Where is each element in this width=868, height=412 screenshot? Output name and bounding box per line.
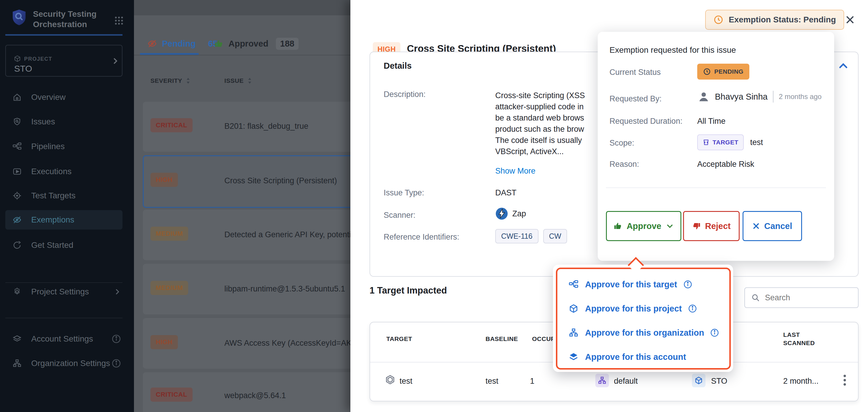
sidebar-item-organization-settings[interactable]: Organization Settings [0,353,134,373]
sidebar-item-label: Issues [31,117,55,126]
sidebar-item-label: Account Settings [31,334,93,344]
tab-approved[interactable]: Approved 188 [214,35,299,52]
sort-icon [247,77,252,84]
requested-duration-value: All Time [697,117,725,126]
sidebar-item-label: Project Settings [31,287,89,296]
issue-row[interactable]: HIGH AWS Access Key (AccessKeyId=AKIA [143,318,350,369]
issue-title: Detected a Generic API Key, potential [224,230,350,239]
chevron-up-icon[interactable] [838,60,849,71]
col-target: TARGET [386,335,412,343]
exemptions-list-panel: Pending 65 Approved 188 SEVERITY ISSUE C… [134,0,350,412]
cell-baseline: test [486,377,498,386]
issue-row[interactable]: CRITICAL webpack@5.64.1 [143,372,350,412]
search-input[interactable] [764,293,851,303]
issue-row[interactable]: CRITICAL B201: flask_debug_true [143,102,350,152]
sidebar-item-test-targets[interactable]: Test Targets [0,186,134,205]
info-icon[interactable] [688,304,697,313]
column-header-severity[interactable]: SEVERITY [151,77,190,84]
sidebar: Security Testing Orchestration PROJECT S… [0,0,134,412]
tab-pending[interactable]: Pending 65 [147,35,218,52]
reject-button[interactable]: Reject [683,211,740,241]
kebab-menu-icon[interactable] [839,373,850,387]
pending-status-badge: PENDING [697,64,749,80]
project-label: PROJECT [24,56,53,62]
sidebar-item-label: Get Started [31,240,73,250]
popup-divider [606,187,826,188]
sort-icon [186,77,190,84]
sidebar-item-executions[interactable]: Executions [0,162,134,181]
cell-organization: default [614,377,638,386]
requested-when: 2 months ago [779,92,822,101]
chevron-right-icon [111,57,120,65]
target-container-icon [703,139,710,146]
sidebar-item-project-settings[interactable]: Project Settings [0,282,134,302]
cube-icon [568,303,579,314]
issue-title: libpam-runtime@1.5.3-5ubuntu5.1 [224,285,345,294]
issue-title: Cross Site Scripting (Persistent) [224,176,337,185]
vertical-divider [773,91,774,102]
sidebar-item-get-started[interactable]: Get Started [0,235,134,255]
target-hexagon-icon [384,374,396,386]
organization-icon [595,374,609,387]
approve-button[interactable]: Approve [606,211,681,241]
sidebar-item-pipelines[interactable]: Pipelines [0,137,134,156]
sidebar-item-exemptions[interactable]: Exemptions [0,210,134,230]
sidebar-item-label: Pipelines [31,142,65,151]
menu-item-approve-organization[interactable]: Approve for this organization [557,320,729,345]
info-icon[interactable] [111,358,121,369]
chevron-down-icon [666,222,674,230]
issue-row[interactable]: MEDIUM Detected a Generic API Key, poten… [143,209,350,260]
close-icon [752,222,760,230]
column-header-issue[interactable]: ISSUE [224,77,252,84]
tab-label: Approved [228,39,268,49]
menu-item-approve-target[interactable]: Approve for this target [557,272,729,297]
search-box[interactable] [744,287,859,308]
cube-icon [13,55,21,62]
exemption-request-popup: Exemption requested for this issue Curre… [598,32,834,261]
menu-item-approve-account[interactable]: Approve for this account [557,345,729,369]
layers-icon [12,334,22,344]
menu-item-approve-project[interactable]: Approve for this project [557,296,729,321]
cancel-button[interactable]: Cancel [743,211,802,241]
sidebar-item-label: Overview [31,92,66,102]
reason-value: Acceptable Risk [697,160,754,169]
reference-chip[interactable]: CWE-116 [495,229,538,243]
home-icon [12,92,22,102]
info-icon[interactable] [683,280,692,289]
close-icon[interactable] [844,14,856,25]
exemption-status-button[interactable]: Exemption Status: Pending [705,10,844,30]
scanner-value: Zap [495,207,526,220]
issue-row-selected[interactable]: HIGH Cross Site Scripting (Persistent) [143,155,350,208]
requested-by-name: Bhavya Sinha [715,92,768,102]
target-scope-chip: TARGET [697,135,744,150]
sidebar-item-account-settings[interactable]: Account Settings [0,329,134,349]
info-icon[interactable] [710,328,719,337]
issue-title: AWS Access Key (AccessKeyId=AKIA [224,339,350,348]
targets-impacted-heading: 1 Target Impacted [370,285,447,296]
show-more-link[interactable]: Show More [495,167,535,176]
approve-scope-menu: Approve for this target Approve for this… [553,265,733,372]
severity-badge: HIGH [151,335,178,349]
cell-occurrences: 1 [530,377,534,386]
sidebar-item-issues[interactable]: Issues [0,112,134,131]
cell-project: STO [711,377,727,386]
clock-icon [713,15,723,25]
info-icon[interactable] [111,334,121,344]
requested-duration-label: Requested Duration: [610,117,682,126]
requested-by-label: Requested By: [610,94,661,104]
app-logo-shield-icon [10,8,28,27]
current-status-label: Current Status [610,68,661,77]
security-testing-orchestration-app: Security Testing Orchestration PROJECT S… [0,0,868,412]
chevron-right-icon [113,288,121,296]
col-baseline: BASELINE [486,335,518,343]
nine-dot-grid-icon[interactable] [114,15,124,26]
gear-icon [12,287,22,296]
project-selector[interactable]: PROJECT STO [5,45,123,77]
zap-icon [495,207,508,220]
issue-title: B201: flask_debug_true [224,122,308,131]
sidebar-item-overview[interactable]: Overview [0,88,134,107]
sidebar-divider [5,318,123,318]
col-last-scanned: LAST SCANNED [783,331,815,347]
issue-row[interactable]: MEDIUM libpam-runtime@1.5.3-5ubuntu5.1 [143,264,350,315]
reference-chip[interactable]: CW [543,229,567,243]
